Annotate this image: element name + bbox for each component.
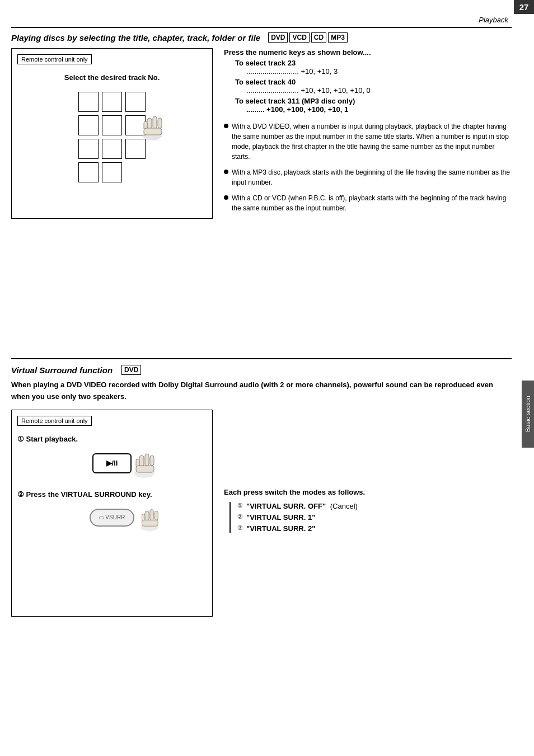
section1-right-info: Press the numeric keys as shown below...… bbox=[218, 48, 512, 219]
key-4 bbox=[78, 115, 99, 135]
bullet-item-1: With a DVD VIDEO, when a number is input… bbox=[224, 121, 512, 162]
track23-section: To select track 23 .....................… bbox=[224, 59, 512, 76]
svg-rect-2 bbox=[153, 116, 157, 129]
track40-section: To select track 40 .....................… bbox=[224, 78, 512, 95]
section1-title: Playing discs by selecting the title, ch… bbox=[11, 33, 260, 43]
section2-right-info: Each press switch the modes as follows. … bbox=[218, 410, 512, 617]
top-divider bbox=[11, 27, 512, 28]
track311-keys: ......... +100, +100, +100, +10, 1 bbox=[246, 105, 512, 114]
svg-rect-1 bbox=[147, 118, 152, 129]
section1-left-box: Remote control unit only Select the desi… bbox=[11, 48, 213, 219]
section2-virtual-surround: Virtual Surround function DVD When playi… bbox=[11, 365, 512, 617]
hand-icon-3 bbox=[135, 507, 163, 532]
svg-rect-17 bbox=[142, 520, 158, 526]
page-number: 27 bbox=[514, 0, 534, 14]
mode-num-3: ③ bbox=[237, 524, 243, 533]
section2-left-box: Remote control unit only ① Start playbac… bbox=[11, 410, 213, 617]
key-5 bbox=[102, 115, 122, 135]
numeric-keypad bbox=[17, 92, 207, 182]
remote-label-2: Remote control unit only bbox=[17, 416, 92, 426]
mid-divider bbox=[11, 358, 512, 359]
section1-playing-discs: Playing discs by selecting the title, ch… bbox=[11, 32, 512, 219]
svg-rect-8 bbox=[145, 454, 149, 466]
svg-rect-13 bbox=[145, 511, 149, 521]
bullet-text-1: With a DVD VIDEO, when a number is input… bbox=[232, 121, 512, 162]
svg-rect-9 bbox=[150, 456, 154, 466]
badge-dvd: DVD bbox=[268, 32, 288, 43]
track23-keys: .......................... +10, +10, 3 bbox=[246, 67, 512, 76]
each-press-label: Each press switch the modes as follows. bbox=[224, 488, 512, 496]
play-button-container: ▶/II bbox=[17, 453, 207, 473]
badge-mp3: MP3 bbox=[328, 32, 348, 43]
bullet-item-3: With a CD or VCD (when P.B.C. is off), p… bbox=[224, 193, 512, 213]
bullet-dot-2 bbox=[224, 170, 228, 174]
svg-rect-5 bbox=[144, 128, 162, 135]
virtual-surr-icon: ⬭ VSURR bbox=[99, 514, 125, 521]
mode-num-1: ① bbox=[237, 502, 243, 510]
badge-dvd-2: DVD bbox=[121, 365, 141, 375]
svg-rect-7 bbox=[139, 456, 144, 467]
bullet-dot-3 bbox=[224, 195, 228, 200]
mode-text-3: "VIRTUAL SURR. 2" bbox=[246, 524, 315, 533]
play-pause-button[interactable]: ▶/II bbox=[92, 453, 132, 473]
badge-row: DVD VCD CD MP3 bbox=[268, 32, 348, 43]
mode-text-2: "VIRTUAL SURR. 1" bbox=[246, 513, 315, 522]
remote-label-1: Remote control unit only bbox=[17, 54, 92, 64]
mode-item-3: ③ "VIRTUAL SURR. 2" bbox=[237, 524, 512, 533]
key-2 bbox=[102, 92, 122, 112]
step2-text: ② Press the VIRTUAL SURROUND key. bbox=[17, 490, 152, 499]
step1-label: ① Start playback. bbox=[17, 435, 207, 443]
key-6 bbox=[125, 115, 146, 135]
key-star bbox=[78, 162, 99, 182]
bullet-dot-1 bbox=[224, 124, 228, 128]
hand-icon bbox=[138, 114, 166, 142]
chapter-label: Playback bbox=[479, 16, 508, 24]
modes-bracket: ① "VIRTUAL SURR. OFF" (Cancel) ② "VIRTUA… bbox=[229, 502, 512, 533]
hand-icon-2 bbox=[130, 451, 158, 479]
track311-section: To select track 311 (MP3 disc only) ....… bbox=[224, 97, 512, 114]
bullet-item-2: With a MP3 disc, playback starts with th… bbox=[224, 167, 512, 187]
mode-item-1: ① "VIRTUAL SURR. OFF" (Cancel) bbox=[237, 502, 512, 510]
key-0 bbox=[102, 162, 122, 182]
bullet-text-3: With a CD or VCD (when P.B.C. is off), p… bbox=[232, 193, 512, 213]
virtual-surround-button[interactable]: ⬭ VSURR bbox=[90, 509, 134, 527]
press-numeric-label: Press the numeric keys as shown below...… bbox=[224, 48, 512, 57]
section2-description: When playing a DVD VIDEO recorded with D… bbox=[11, 379, 512, 403]
bullet-list: With a DVD VIDEO, when a number is input… bbox=[224, 121, 512, 213]
bullet-text-2: With a MP3 disc, playback starts with th… bbox=[232, 167, 512, 187]
track23-label: To select track 23 bbox=[235, 59, 512, 67]
track311-label: To select track 311 (MP3 disc only) bbox=[235, 97, 512, 105]
play-icon: ▶/II bbox=[106, 459, 118, 467]
virtual-surr-container: ⬭ VSURR bbox=[17, 509, 207, 527]
badge-cd: CD bbox=[311, 32, 326, 43]
section2-title: Virtual Surround function bbox=[11, 365, 113, 375]
mode-text-1: "VIRTUAL SURR. OFF" (Cancel) bbox=[246, 502, 358, 510]
track40-keys: .......................... +10, +10, +10… bbox=[246, 86, 512, 95]
mode-item-2: ② "VIRTUAL SURR. 1" bbox=[237, 513, 512, 522]
svg-rect-3 bbox=[158, 118, 162, 128]
key-9 bbox=[125, 139, 146, 159]
svg-rect-11 bbox=[136, 466, 154, 472]
key-1 bbox=[78, 92, 99, 112]
key-7 bbox=[78, 139, 99, 159]
key-3 bbox=[125, 92, 146, 112]
key-8 bbox=[102, 139, 122, 159]
basic-section-tab: Basic section bbox=[522, 381, 534, 448]
step1-text: ① Start playback. bbox=[17, 435, 78, 443]
track40-label: To select track 40 bbox=[235, 78, 512, 86]
mode-num-2: ② bbox=[237, 513, 243, 522]
select-track-text: Select the desired track No. bbox=[17, 73, 207, 82]
svg-rect-14 bbox=[150, 509, 153, 520]
basic-section-label: Basic section bbox=[524, 396, 531, 433]
badge-vcd: VCD bbox=[289, 32, 309, 43]
svg-rect-15 bbox=[154, 511, 158, 520]
step2-label: ② Press the VIRTUAL SURROUND key. bbox=[17, 490, 207, 499]
